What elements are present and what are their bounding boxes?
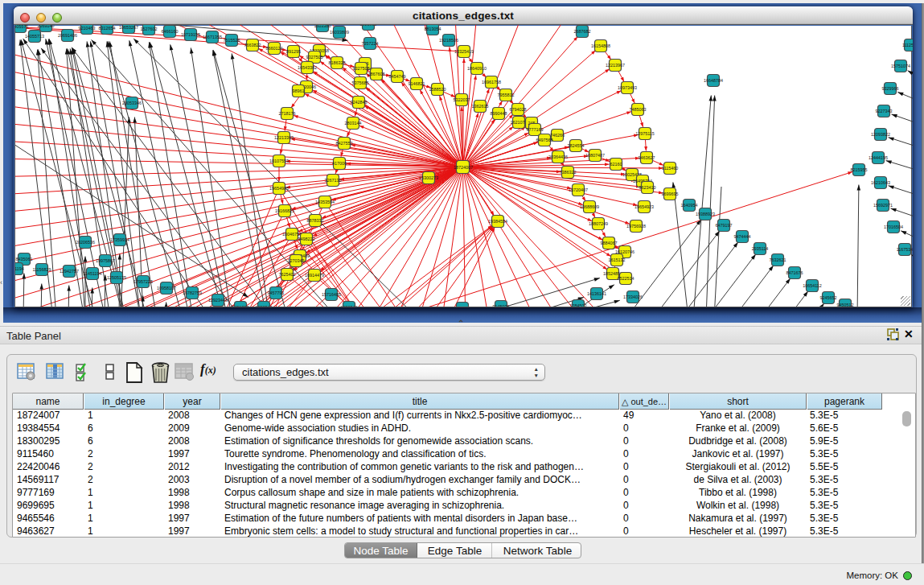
svg-text:9699695: 9699695 [662, 192, 679, 196]
svg-text:19654923: 19654923 [634, 204, 654, 209]
svg-text:1588520: 1588520 [429, 87, 446, 92]
svg-text:12213967: 12213967 [606, 63, 625, 68]
svg-text:13325419: 13325419 [454, 49, 474, 54]
svg-text:8186328: 8186328 [329, 60, 346, 65]
svg-text:17957225: 17957225 [133, 279, 153, 284]
svg-text:17334026: 17334026 [623, 295, 643, 299]
svg-text:9146821: 9146821 [409, 81, 425, 86]
svg-text:16210643: 16210643 [871, 180, 890, 185]
svg-text:12923448: 12923448 [208, 298, 228, 303]
svg-text:1621072: 1621072 [511, 120, 528, 125]
svg-text:9227343: 9227343 [876, 109, 893, 113]
svg-text:9450512: 9450512 [837, 303, 854, 307]
svg-text:1092346: 1092346 [341, 305, 358, 307]
svg-text:2069140: 2069140 [38, 25, 55, 28]
svg-text:11156829: 11156829 [32, 267, 51, 272]
svg-text:9457791: 9457791 [268, 290, 285, 295]
svg-text:14055713: 14055713 [25, 34, 44, 39]
svg-text:1640954: 1640954 [681, 203, 698, 208]
svg-text:8312654: 8312654 [99, 26, 116, 31]
svg-text:8471676: 8471676 [786, 270, 803, 275]
svg-text:12942757: 12942757 [60, 269, 79, 274]
svg-text:8660124: 8660124 [266, 46, 283, 51]
svg-text:20206536: 20206536 [76, 240, 95, 245]
svg-text:7663822: 7663822 [244, 43, 261, 47]
svg-text:2718176: 2718176 [279, 111, 296, 116]
svg-text:1112584: 1112584 [902, 43, 913, 47]
svg-text:10719155: 10719155 [181, 32, 200, 37]
svg-text:9329966: 9329966 [882, 86, 899, 91]
svg-text:19384554: 19384554 [488, 219, 507, 224]
svg-text:1284503: 1284503 [570, 303, 587, 307]
svg-text:6479197: 6479197 [716, 223, 733, 228]
svg-text:19756928: 19756928 [626, 224, 646, 229]
svg-text:9623410: 9623410 [639, 185, 656, 190]
svg-text:8454749: 8454749 [389, 74, 406, 79]
svg-text:9474444: 9474444 [734, 234, 751, 239]
svg-text:3267130: 3267130 [325, 178, 342, 183]
svg-text:18724007: 18724007 [454, 165, 473, 170]
svg-text:10653267: 10653267 [119, 25, 138, 30]
svg-text:16782759: 16782759 [183, 290, 202, 295]
svg-text:7386322: 7386322 [560, 170, 577, 175]
svg-text:14353594: 14353594 [315, 200, 335, 204]
svg-text:19166825: 19166825 [275, 208, 294, 213]
svg-text:3824554: 3824554 [568, 143, 585, 148]
svg-text:19975867: 19975867 [96, 258, 115, 263]
svg-text:16671355: 16671355 [203, 35, 222, 39]
svg-text:9463627: 9463627 [639, 155, 655, 160]
svg-text:10973493: 10973493 [618, 85, 637, 90]
svg-text:8427552: 8427552 [336, 141, 353, 146]
svg-text:14136141: 14136141 [587, 291, 606, 296]
svg-text:9451203: 9451203 [232, 305, 249, 307]
svg-text:9327505: 9327505 [306, 55, 323, 60]
svg-text:8878332: 8878332 [307, 218, 324, 223]
svg-text:8914503: 8914503 [454, 306, 471, 307]
svg-text:15300273: 15300273 [419, 175, 438, 180]
svg-text:1167534: 1167534 [897, 247, 913, 252]
svg-text:9115460: 9115460 [662, 166, 679, 171]
svg-text:8435061: 8435061 [16, 257, 33, 262]
svg-text:2687682: 2687682 [574, 29, 591, 34]
svg-text:1615132: 1615132 [609, 257, 626, 262]
svg-text:17016504: 17016504 [884, 225, 903, 229]
svg-text:8215955: 8215955 [851, 167, 868, 172]
svg-text:19654985: 19654985 [269, 186, 289, 191]
svg-text:12444195: 12444195 [869, 155, 888, 160]
svg-text:6794028: 6794028 [510, 107, 527, 112]
svg-text:12975115: 12975115 [635, 131, 655, 136]
svg-text:16648784: 16648784 [704, 78, 723, 83]
svg-text:15716485: 15716485 [322, 292, 341, 297]
svg-text:10807487: 10807487 [585, 153, 605, 158]
svg-text:2867608: 2867608 [368, 72, 385, 76]
svg-text:16543382: 16543382 [298, 65, 317, 70]
svg-text:1921850: 1921850 [360, 25, 377, 27]
svg-text:18807249: 18807249 [589, 221, 608, 226]
svg-text:9210463: 9210463 [79, 26, 96, 31]
svg-text:16033809: 16033809 [330, 30, 349, 35]
svg-text:19218506: 19218506 [439, 38, 458, 43]
svg-text:9498222: 9498222 [298, 237, 315, 241]
svg-text:5375685: 5375685 [352, 80, 369, 85]
svg-text:7955812: 7955812 [498, 93, 515, 97]
svg-text:2803144: 2803144 [345, 121, 362, 126]
svg-text:1527602: 1527602 [141, 27, 158, 31]
svg-text:17359914: 17359914 [110, 237, 129, 242]
svg-text:8813054: 8813054 [425, 27, 441, 31]
svg-text:98961: 98961 [293, 89, 305, 93]
svg-text:2522514: 2522514 [618, 276, 634, 281]
svg-text:417006: 417006 [332, 161, 347, 166]
svg-text:20364436: 20364436 [548, 154, 568, 159]
svg-text:1603380: 1603380 [314, 25, 331, 28]
svg-text:2935114: 2935114 [752, 246, 769, 251]
svg-text:7632621: 7632621 [770, 257, 786, 262]
svg-text:6466160: 6466160 [162, 29, 179, 34]
svg-text:6497568: 6497568 [536, 138, 553, 142]
svg-text:9245652: 9245652 [820, 295, 837, 300]
svg-text:10688609: 10688609 [580, 204, 599, 209]
svg-text:15692971: 15692971 [873, 203, 893, 208]
svg-text:16154808: 16154808 [591, 43, 610, 48]
svg-text:9242848: 9242848 [351, 100, 368, 105]
svg-text:10107553: 10107553 [269, 159, 289, 163]
svg-text:11451194: 11451194 [83, 271, 101, 276]
